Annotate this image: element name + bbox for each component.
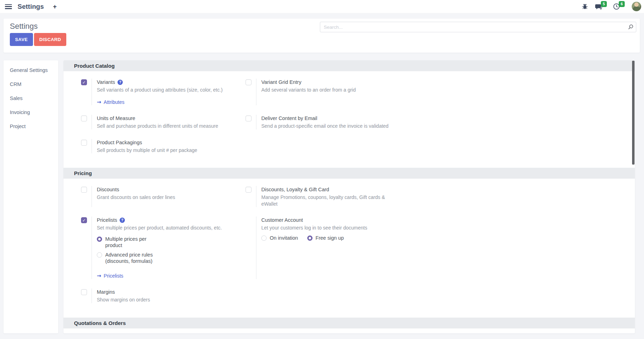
- variant-grid-entry-checkbox[interactable]: [246, 79, 251, 85]
- setting-variants: Variants? Sell variants of a product usi…: [81, 79, 246, 105]
- radio-icon[interactable]: [97, 252, 102, 258]
- setting-desc: Sell products by multiple of unit # per …: [97, 147, 197, 153]
- setting-desc: Send a product-specific email once the i…: [261, 123, 389, 129]
- arrow-right-icon: →: [97, 99, 101, 105]
- top-navbar: Settings + 5 6: [0, 0, 644, 13]
- navbar-app-title[interactable]: Settings: [18, 3, 44, 11]
- discounts-checkbox[interactable]: [81, 187, 87, 193]
- search-input[interactable]: [320, 22, 636, 32]
- sidebar-item-general-settings[interactable]: General Settings: [4, 63, 58, 77]
- section-product-catalog: Product Catalog Variants? Sell variants …: [63, 60, 635, 163]
- sidebar-item-crm[interactable]: CRM: [4, 77, 58, 91]
- radio-icon[interactable]: [307, 235, 313, 241]
- setting-deliver-content-by-email: Deliver Content by Email Send a product-…: [246, 115, 621, 129]
- radio-on-invitation[interactable]: On invitation: [261, 235, 298, 241]
- margins-checkbox[interactable]: [81, 289, 87, 295]
- settings-content-panel: Product Catalog Variants? Sell variants …: [63, 60, 635, 333]
- plus-icon[interactable]: +: [53, 4, 57, 10]
- pricelists-options: Multiple prices per product Advanced pri…: [97, 236, 222, 265]
- setting-desc: Grant discounts on sales order lines: [97, 194, 175, 200]
- setting-pricelists: Pricelists? Set multiple prices per prod…: [81, 217, 246, 279]
- setting-loyalty-gift-card: Discounts, Loyalty & Gift Card Manage Pr…: [246, 186, 621, 207]
- sidebar-item-sales[interactable]: Sales: [4, 91, 58, 105]
- customer-account-options: On invitation Free sign up: [261, 235, 367, 241]
- setting-label: Customer Account: [261, 217, 303, 224]
- setting-margins: Margins Show margins on orders: [81, 288, 246, 303]
- help-icon[interactable]: ?: [120, 218, 125, 223]
- radio-icon[interactable]: [97, 237, 102, 242]
- arrow-right-icon: →: [97, 273, 101, 279]
- setting-discounts: Discounts Grant discounts on sales order…: [81, 186, 246, 207]
- deliver-content-checkbox[interactable]: [246, 115, 251, 121]
- setting-label: Product Packagings: [97, 139, 142, 146]
- navbar-systray: 5 6: [581, 0, 641, 13]
- setting-label: Margins: [97, 288, 115, 295]
- activities-badge: 6: [619, 1, 625, 7]
- setting-desc: Sell variants of a product using attribu…: [97, 87, 223, 93]
- apps-menu-icon[interactable]: [5, 4, 12, 9]
- section-quotations-orders: Quotations & Orders Online Signature? Re…: [63, 318, 635, 333]
- save-button[interactable]: SAVE: [10, 33, 33, 46]
- radio-icon[interactable]: [261, 235, 267, 241]
- loyalty-checkbox[interactable]: [246, 187, 251, 193]
- setting-variant-grid-entry: Variant Grid Entry Add several variants …: [246, 79, 621, 105]
- user-avatar[interactable]: [632, 2, 641, 11]
- messages-badge: 5: [601, 1, 607, 7]
- setting-label: Deliver Content by Email: [261, 115, 317, 122]
- search-bar: [320, 22, 636, 32]
- setting-label: Units of Measure: [97, 115, 135, 122]
- section-title: Product Catalog: [63, 60, 635, 71]
- settings-sidebar: General Settings CRM Sales Invoicing Pro…: [4, 60, 58, 333]
- setting-label: Variant Grid Entry: [261, 79, 301, 86]
- setting-desc: Let your customers log in to see their d…: [261, 225, 367, 231]
- bug-icon[interactable]: [581, 3, 589, 11]
- attributes-link[interactable]: →Attributes: [97, 99, 223, 105]
- help-icon[interactable]: ?: [118, 80, 123, 85]
- setting-desc: Set multiple prices per product, automat…: [97, 225, 222, 231]
- setting-desc: Show margins on orders: [97, 297, 150, 303]
- radio-advanced-price-rules[interactable]: Advanced price rules (discounts, formula…: [97, 252, 222, 264]
- settings-header-card: Settings SAVE DISCARD: [4, 19, 640, 53]
- messages-icon[interactable]: 5: [595, 3, 602, 11]
- pricelists-link[interactable]: →Pricelists: [97, 273, 222, 279]
- setting-desc: Add several variants to an order from a …: [261, 87, 356, 93]
- variants-checkbox[interactable]: [81, 79, 87, 85]
- setting-desc: Sell and purchase products in different …: [97, 123, 218, 129]
- setting-label: Pricelists: [97, 217, 117, 224]
- units-of-measure-checkbox[interactable]: [81, 115, 87, 121]
- pricelists-checkbox[interactable]: [81, 217, 87, 223]
- sidebar-item-invoicing[interactable]: Invoicing: [4, 105, 58, 119]
- section-title: Pricing: [63, 168, 635, 179]
- setting-desc: Manage Promotions, coupons, loyalty card…: [261, 194, 399, 207]
- action-buttons: SAVE DISCARD: [10, 33, 66, 46]
- search-icon[interactable]: [628, 24, 634, 30]
- page-title: Settings: [10, 22, 38, 31]
- setting-product-packagings: Product Packagings Sell products by mult…: [81, 139, 246, 153]
- section-title: Quotations & Orders: [63, 318, 635, 328]
- activities-clock-icon[interactable]: 6: [612, 3, 620, 11]
- radio-multiple-prices[interactable]: Multiple prices per product: [97, 236, 222, 248]
- setting-customer-account: Customer Account Let your customers log …: [246, 217, 621, 279]
- radio-free-sign-up[interactable]: Free sign up: [307, 235, 344, 241]
- discard-button[interactable]: DISCARD: [34, 33, 66, 46]
- setting-label: Variants: [97, 79, 115, 86]
- vertical-scrollbar-thumb[interactable]: [632, 61, 635, 165]
- setting-label: Discounts: [97, 186, 119, 193]
- setting-units-of-measure: Units of Measure Sell and purchase produ…: [81, 115, 246, 129]
- product-packagings-checkbox[interactable]: [81, 140, 87, 146]
- setting-label: Discounts, Loyalty & Gift Card: [261, 186, 329, 193]
- sidebar-item-project[interactable]: Project: [4, 119, 58, 133]
- section-pricing: Pricing Discounts Grant discounts on sal…: [63, 168, 635, 312]
